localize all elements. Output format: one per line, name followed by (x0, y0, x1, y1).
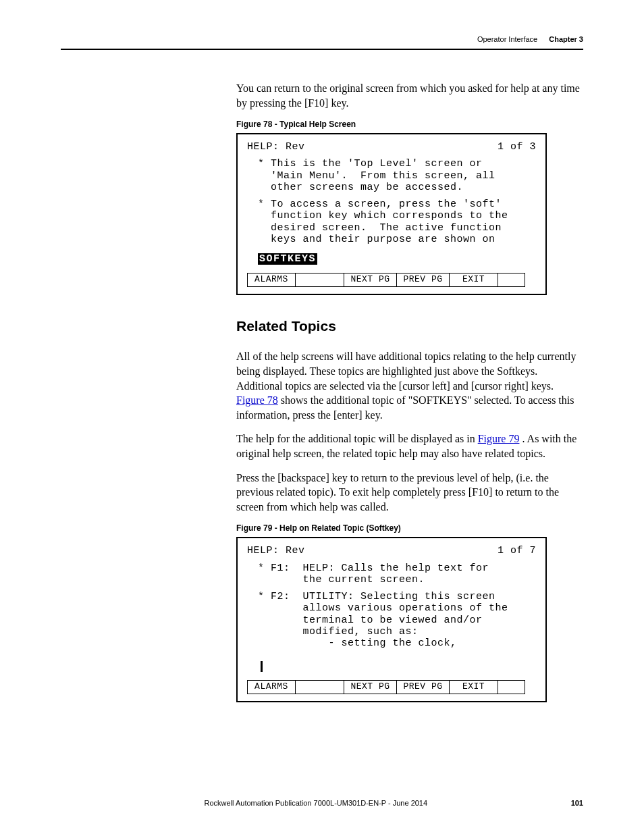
related-topics-heading: Related Topics (236, 318, 583, 334)
softkey-blank-2 (498, 680, 525, 694)
softkey-alarms: ALARMS (247, 273, 296, 287)
softkey-next-pg: NEXT PG (344, 680, 397, 694)
header-rule (61, 49, 583, 50)
terminal-page-indicator: 1 of 3 (498, 141, 536, 153)
footer-page-number: 101 (571, 799, 583, 807)
header-section: Operator Interface (477, 35, 537, 43)
related-p2-a: The help for the additional topic will b… (236, 433, 478, 444)
footer-publication: Rockwell Automation Publication 7000L-UM… (205, 799, 428, 807)
figure-79-link[interactable]: Figure 79 (478, 433, 520, 444)
softkeys-highlight: SOFTKEYS (258, 253, 317, 265)
related-paragraph-1: All of the help screens will have additi… (236, 349, 583, 422)
softkey-prev-pg: PREV PG (397, 680, 450, 694)
terminal-page-indicator: 1 of 7 (498, 545, 536, 556)
intro-paragraph: You can return to the original screen fr… (236, 81, 583, 110)
softkey-next-pg: NEXT PG (344, 273, 397, 287)
figure-79-caption: Figure 79 - Help on Related Topic (Softk… (236, 523, 583, 533)
figure-78-link[interactable]: Figure 78 (236, 394, 278, 406)
main-content: You can return to the original screen fr… (236, 81, 583, 702)
header-chapter: Chapter 3 (549, 35, 583, 43)
figure-78-terminal: HELP: Rev 1 of 3 * This is the 'Top Leve… (236, 133, 547, 295)
figure-79-terminal: HELP: Rev 1 of 7 * F1: HELP: Calls the h… (236, 537, 547, 702)
softkey-blank (296, 680, 344, 694)
terminal-title: HELP: Rev (247, 141, 305, 153)
softkey-exit: EXIT (450, 680, 498, 694)
terminal-text-f1: * F1: HELP: Calls the help text for the … (258, 563, 536, 586)
softkey-row: ALARMS NEXT PG PREV PG EXIT (247, 680, 536, 694)
softkey-alarms: ALARMS (247, 680, 296, 694)
softkey-exit: EXIT (450, 273, 498, 287)
terminal-cursor (261, 661, 263, 672)
page-footer: Rockwell Automation Publication 7000L-UM… (61, 799, 583, 807)
terminal-text-f2: * F2: UTILITY: Selecting this screen all… (258, 591, 536, 649)
related-paragraph-2: The help for the additional topic will b… (236, 432, 583, 461)
softkey-blank-2 (498, 273, 525, 287)
terminal-text-block-2: * To access a screen, press the 'soft' f… (258, 199, 536, 245)
related-p1-a: All of the help screens will have additi… (236, 350, 576, 391)
terminal-title: HELP: Rev (247, 545, 305, 556)
softkey-prev-pg: PREV PG (397, 273, 450, 287)
softkey-row: ALARMS NEXT PG PREV PG EXIT (247, 273, 536, 287)
page-header: Operator Interface Chapter 3 (477, 35, 583, 43)
related-paragraph-3: Press the [backspace] key to return to t… (236, 471, 583, 515)
related-p1-b: shows the additional topic of "SOFTKEYS"… (236, 394, 574, 421)
terminal-text-block-1: * This is the 'Top Level' screen or 'Mai… (258, 158, 536, 193)
softkey-blank (296, 273, 344, 287)
figure-78-caption: Figure 78 - Typical Help Screen (236, 120, 583, 129)
